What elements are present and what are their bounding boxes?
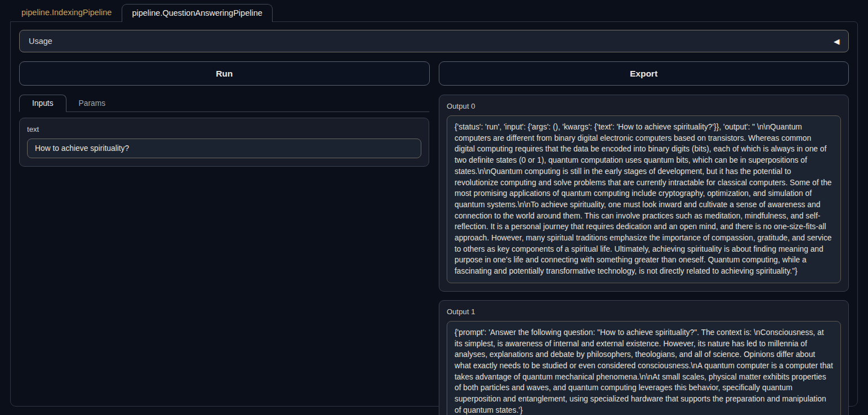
run-button[interactable]: Run: [19, 61, 430, 86]
output-0-group: Output 0 {'status': 'run', 'input': {'ar…: [439, 95, 849, 292]
tab-question-answering-pipeline[interactable]: pipeline.QuestionAnsweringPipeline: [122, 4, 272, 22]
output-0-textbox[interactable]: {'status': 'run', 'input': {'args': (), …: [447, 115, 841, 283]
output-1-label: Output 1: [447, 307, 841, 316]
chevron-left-icon: ◀: [834, 37, 839, 46]
action-buttons-row: Run Export: [19, 61, 849, 86]
tab-params[interactable]: Params: [66, 95, 118, 111]
usage-accordion-header[interactable]: Usage ◀: [19, 30, 849, 52]
pipeline-tabbar: pipeline.IndexingPipeline pipeline.Quest…: [0, 0, 868, 21]
main-content-row: Inputs Params text Output 0 {'status': '…: [19, 95, 849, 415]
outputs-column: Output 0 {'status': 'run', 'input': {'ar…: [439, 95, 849, 415]
pipeline-panel: Usage ◀ Run Export Inputs Params text Ou…: [10, 21, 858, 407]
output-1-group: Output 1 {'prompt': 'Answer the followin…: [439, 300, 849, 415]
io-tabbar: Inputs Params: [19, 95, 429, 112]
text-input-group: text: [19, 118, 429, 167]
export-button[interactable]: Export: [439, 61, 849, 86]
tab-indexing-pipeline[interactable]: pipeline.IndexingPipeline: [11, 3, 122, 21]
output-1-textbox[interactable]: {'prompt': 'Answer the following questio…: [447, 321, 841, 415]
inputs-column: Inputs Params text: [19, 95, 429, 167]
output-0-label: Output 0: [447, 102, 841, 110]
text-input[interactable]: [27, 139, 421, 158]
usage-accordion-label: Usage: [29, 37, 52, 46]
text-field-label: text: [27, 125, 421, 133]
tab-inputs[interactable]: Inputs: [19, 95, 66, 112]
inputs-tabpanel: text: [19, 112, 429, 167]
